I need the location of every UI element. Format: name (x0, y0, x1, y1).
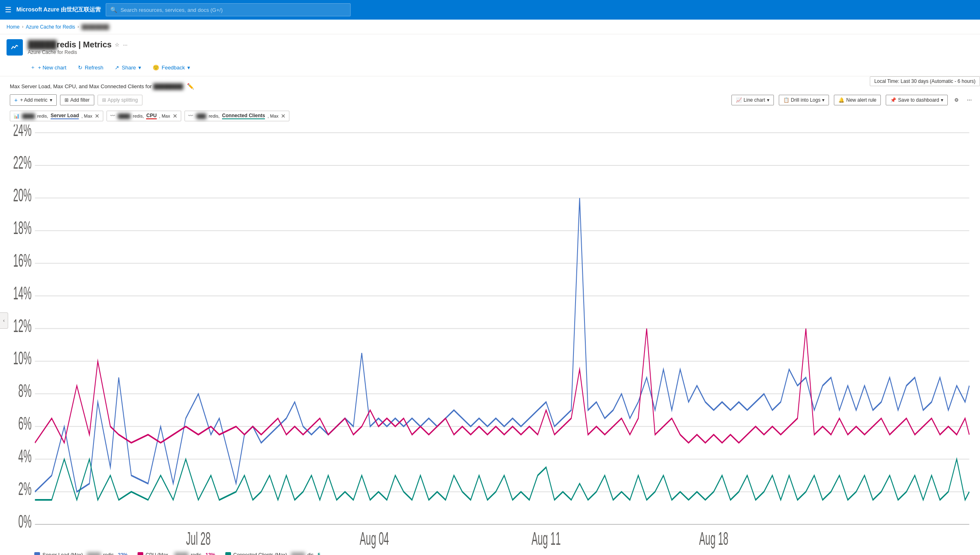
azure-logo: Microsoft Azure 由世纪互联运营 (16, 6, 101, 13)
connected-clients-name: Connected Clients (222, 113, 265, 119)
add-filter-button[interactable]: ⊞ Add filter (60, 95, 94, 105)
new-chart-button[interactable]: ＋ + New chart (28, 62, 69, 73)
breadcrumb-service[interactable]: Azure Cache for Redis (26, 24, 75, 30)
refresh-button[interactable]: ↻ Refresh (76, 63, 106, 72)
breadcrumb-current: ████████ (81, 24, 109, 30)
cpu-close-icon[interactable]: ✕ (173, 113, 178, 119)
time-range-badge[interactable]: Local Time: Last 30 days (Automatic - 6 … (870, 76, 980, 86)
svg-text:Jul 28: Jul 28 (186, 528, 211, 548)
legend-connected-clients: Connected Clients (Max). ████ dis 5 (225, 552, 320, 555)
chart-title-bar: Max Server Load, Max CPU, and Max Connec… (10, 83, 973, 89)
splitting-icon: ⊞ (102, 97, 106, 103)
connected-clients-line (35, 459, 969, 500)
filter-icon: ⊞ (64, 97, 69, 103)
chart-container: Max Server Load, Max CPU, and Max Connec… (0, 76, 980, 555)
svg-text:12%: 12% (13, 315, 31, 335)
breadcrumb-home[interactable]: Home (7, 24, 20, 30)
add-metric-button[interactable]: + + Add metric ▾ (10, 94, 57, 106)
x-axis: Jul 28 Aug 04 Aug 11 Aug 18 (186, 528, 729, 548)
save-to-dashboard-button[interactable]: 📌 Save to dashboard ▾ (886, 95, 948, 105)
svg-text:4%: 4% (18, 446, 32, 466)
more-options-button[interactable]: ⋯ (965, 96, 973, 105)
chart-area: 24% 22% 20% 18% 16% (10, 125, 973, 549)
metric-tag-server-load[interactable]: 📊 ████ redis, Server Load , Max ✕ (10, 111, 103, 121)
svg-text:24%: 24% (13, 125, 31, 140)
feedback-button[interactable]: 🙂 Feedback ▾ (150, 63, 193, 72)
server-load-close-icon[interactable]: ✕ (95, 113, 100, 119)
feedback-icon: 🙂 (153, 65, 159, 71)
share-button[interactable]: ↗ Share ▾ (112, 63, 144, 72)
svg-text:14%: 14% (13, 283, 31, 303)
connected-clients-close-icon[interactable]: ✕ (281, 113, 286, 119)
svg-text:Aug 18: Aug 18 (699, 528, 729, 548)
apply-splitting-button[interactable]: ⊞ Apply splitting (98, 95, 142, 105)
legend-label-connected-clients: Connected Clients (Max). (233, 552, 289, 555)
refresh-icon: ↻ (78, 65, 82, 71)
legend-label-server-load: Server Load (Max). (42, 552, 84, 555)
ellipsis-icon: ⋯ (967, 97, 972, 103)
metric-right-controls: 📈 Line chart ▾ 📋 Drill into Logs ▾ 🔔 New… (731, 95, 973, 105)
svg-text:16%: 16% (13, 250, 31, 270)
drill-into-logs-button[interactable]: 📋 Drill into Logs ▾ (779, 95, 829, 105)
topbar: ☰ Microsoft Azure 由世纪互联运营 🔍 (0, 0, 980, 20)
metric-tags: 📊 ████ redis, Server Load , Max ✕ 〰 ████… (10, 111, 973, 121)
search-input[interactable] (120, 7, 346, 13)
page-header: █████redis | Metrics ☆ ··· Azure Cache f… (0, 34, 980, 76)
server-load-line (35, 198, 969, 492)
page-subtitle: Azure Cache for Redis (28, 49, 127, 55)
metric-tag-connected-clients[interactable]: 〰 t███ redis, Connected Clients , Max ✕ (184, 111, 290, 121)
add-metric-plus-icon: + (14, 97, 18, 103)
legend-server-load: Server Load (Max). ████ redis 22% (34, 552, 128, 555)
legend-box-connected-clients (225, 552, 231, 555)
svg-text:0%: 0% (18, 511, 32, 531)
alert-icon: 🔔 (838, 97, 844, 103)
gear-icon: ⚙ (954, 97, 959, 103)
legend-box-cpu (138, 552, 143, 555)
legend-value-server-load: 22% (118, 552, 128, 555)
main-content: ‹ Max Server Load, Max CPU, and Max Conn… (0, 76, 980, 555)
page-header-actions: ＋ + New chart ↻ Refresh ↗ Share ▾ 🙂 Feed… (28, 59, 973, 76)
add-metric-chevron-icon: ▾ (50, 97, 52, 103)
feedback-chevron-icon: ▾ (187, 65, 190, 71)
svg-text:6%: 6% (18, 413, 32, 433)
legend-value-connected-clients: 5 (318, 552, 320, 555)
cpu-icon: 〰 (110, 113, 115, 119)
share-icon: ↗ (115, 65, 119, 71)
chart-legend: Server Load (Max). ████ redis 22% CPU (M… (10, 549, 973, 555)
share-chevron-icon: ▾ (138, 65, 141, 71)
settings-button[interactable]: ⚙ (953, 96, 960, 105)
metric-tag-cpu[interactable]: 〰 ████ redis, CPU , Max ✕ (107, 111, 181, 121)
menu-icon[interactable]: ☰ (5, 5, 11, 14)
svg-text:22%: 22% (13, 152, 31, 172)
svg-text:10%: 10% (13, 348, 31, 368)
breadcrumb: Home › Azure Cache for Redis › ████████ (0, 20, 980, 34)
legend-label-cpu: CPU (Max (146, 552, 168, 555)
save-chevron-icon: ▾ (941, 97, 943, 103)
chart-title: Max Server Load, Max CPU, and Max Connec… (10, 83, 194, 89)
line-chart-icon: 📈 (736, 97, 742, 103)
breadcrumb-sep2: › (78, 25, 79, 29)
legend-box-server-load (34, 552, 40, 555)
metric-controls: + + Add metric ▾ ⊞ Add filter ⊞ Apply sp… (10, 94, 973, 106)
more-icon[interactable]: ··· (123, 42, 127, 48)
server-load-icon: 📊 (13, 113, 20, 119)
line-chart-button[interactable]: 📈 Line chart ▾ (731, 95, 774, 105)
favorite-icon[interactable]: ☆ (115, 42, 120, 48)
page-title-group: █████redis | Metrics ☆ ··· Azure Cache f… (28, 40, 127, 55)
search-bar[interactable]: 🔍 (106, 3, 351, 16)
chart-svg: 24% 22% 20% 18% 16% (10, 125, 973, 549)
svg-text:20%: 20% (13, 185, 31, 205)
svg-text:Aug 11: Aug 11 (531, 528, 561, 548)
svg-text:8%: 8% (18, 381, 32, 401)
svg-text:18%: 18% (13, 217, 31, 237)
sidebar-toggle[interactable]: ‹ (0, 312, 8, 329)
legend-cpu: CPU (Max . ████ redis 13% (138, 552, 216, 555)
page-icon (7, 39, 23, 56)
new-alert-rule-button[interactable]: 🔔 New alert rule (834, 95, 881, 105)
save-icon: 📌 (890, 97, 896, 103)
svg-text:2%: 2% (18, 479, 32, 499)
search-icon: 🔍 (110, 7, 117, 13)
edit-title-icon[interactable]: ✏️ (187, 83, 194, 89)
svg-text:Aug 04: Aug 04 (360, 528, 389, 548)
page-title: █████redis | Metrics (28, 40, 111, 49)
